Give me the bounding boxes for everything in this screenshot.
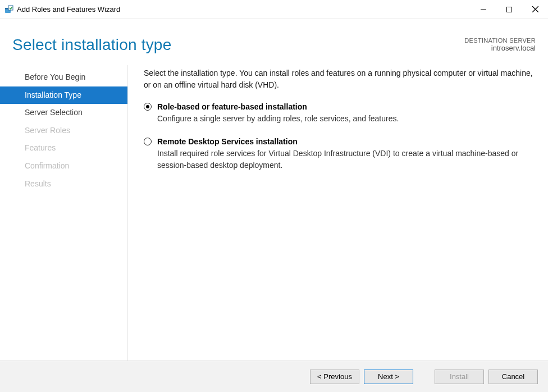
option-role-based[interactable]: Role-based or feature-based installation… <box>144 101 536 125</box>
destination-block: DESTINATION SERVER introserv.local <box>464 36 536 52</box>
install-button: Install <box>435 370 484 384</box>
sidebar-item-server-selection[interactable]: Server Selection <box>0 104 127 122</box>
main-panel: Select the installation type. You can in… <box>128 65 538 361</box>
option-role-based-desc: Configure a single server by adding role… <box>157 113 536 125</box>
wizard-steps-sidebar: Before You Begin Installation Type Serve… <box>0 65 128 361</box>
wizard-footer: < Previous Next > Install Cancel <box>0 361 548 392</box>
destination-label: DESTINATION SERVER <box>464 37 536 44</box>
cancel-button[interactable]: Cancel <box>488 370 538 384</box>
page-title: Select installation type <box>12 36 171 54</box>
sidebar-item-server-roles: Server Roles <box>0 122 127 140</box>
previous-button[interactable]: < Previous <box>310 370 359 384</box>
intro-text: Select the installation type. You can in… <box>144 67 536 91</box>
titlebar: Add Roles and Features Wizard <box>0 0 548 19</box>
sidebar-item-features: Features <box>0 139 127 157</box>
minimize-button[interactable] <box>471 0 496 19</box>
sidebar-item-results: Results <box>0 175 127 193</box>
page-header: Select installation type DESTINATION SER… <box>0 19 548 60</box>
wizard-icon <box>4 5 13 14</box>
radio-remote-desktop[interactable] <box>144 138 152 145</box>
close-button[interactable] <box>522 0 548 19</box>
sidebar-item-before-you-begin[interactable]: Before You Begin <box>0 69 127 86</box>
svg-rect-4 <box>507 7 512 12</box>
next-button[interactable]: Next > <box>364 370 413 384</box>
window-title: Add Roles and Features Wizard <box>17 5 120 13</box>
radio-selected-dot <box>146 105 149 108</box>
option-remote-desktop-desc: Install required role services for Virtu… <box>157 148 536 171</box>
radio-role-based[interactable] <box>144 103 152 111</box>
maximize-button[interactable] <box>496 0 522 19</box>
sidebar-item-installation-type[interactable]: Installation Type <box>0 86 127 104</box>
option-role-based-title: Role-based or feature-based installation <box>157 101 536 113</box>
sidebar-item-confirmation: Confirmation <box>0 157 127 175</box>
option-remote-desktop[interactable]: Remote Desktop Services installation Ins… <box>144 136 536 171</box>
option-remote-desktop-title: Remote Desktop Services installation <box>157 136 536 148</box>
destination-value: introserv.local <box>464 44 536 52</box>
